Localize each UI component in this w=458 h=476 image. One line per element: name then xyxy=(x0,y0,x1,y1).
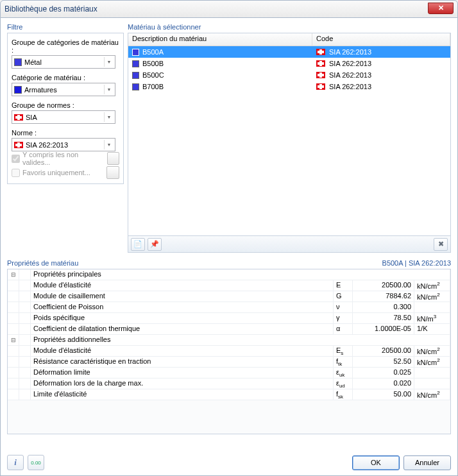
window-title: Bibliothèque des matériaux xyxy=(4,4,98,13)
rebar-swatch-icon xyxy=(14,86,22,94)
chevron-down-icon: ▼ xyxy=(104,112,114,122)
property-value: 0.020 xyxy=(353,378,414,389)
property-name: Module d'élasticité xyxy=(31,280,334,291)
close-button[interactable]: ✕ xyxy=(428,3,454,14)
favorites-only-checkbox[interactable] xyxy=(12,169,20,177)
property-row[interactable]: Module de cisaillementG7884.62kN/cm2 xyxy=(8,291,450,302)
section-main-properties[interactable]: ⊟ Propriétés principales xyxy=(8,269,450,280)
col-description[interactable]: Description du matériau xyxy=(128,33,312,46)
material-list-toolbar: 📄 📌 ✖ xyxy=(128,236,451,253)
group-category-label: Groupe de catégories de matériau : xyxy=(12,38,119,54)
title-bar[interactable]: Bibliothèque des matériaux ✕ xyxy=(0,0,458,18)
category-value: Armatures xyxy=(24,86,57,94)
property-symbol: fsk xyxy=(334,389,353,400)
property-unit: kN/cm2 xyxy=(414,357,450,367)
pin-material-button[interactable]: 📌 xyxy=(148,238,162,251)
property-row[interactable]: Résistance caractéristique en tractionft… xyxy=(8,357,450,368)
material-code: SIA 262:2013 xyxy=(329,71,371,79)
col-code[interactable]: Code xyxy=(312,33,450,46)
material-swatch-icon xyxy=(132,49,139,56)
property-row[interactable]: Poids spécifiqueγ78.50kN/m3 xyxy=(8,313,450,324)
delete-material-button[interactable]: ✖ xyxy=(434,238,448,251)
norm-group-label: Groupe de normes : xyxy=(12,101,119,109)
property-row[interactable]: Module d'élasticitéEs20500.00kN/cm2 xyxy=(8,346,450,357)
property-name: Déformation lors de la charge max. xyxy=(31,378,334,389)
section-additional-properties[interactable]: ⊟ Propriétés additionnelles xyxy=(8,335,450,346)
property-value: 20500.00 xyxy=(353,280,414,291)
material-list[interactable]: Description du matériau Code B500ASIA 26… xyxy=(128,33,451,236)
favorites-settings-button[interactable] xyxy=(106,166,119,179)
property-value: 20500.00 xyxy=(353,346,414,356)
ok-button[interactable]: OK xyxy=(352,455,400,470)
material-code: SIA 262:2013 xyxy=(329,48,371,56)
property-symbol: E xyxy=(334,280,353,291)
swiss-flag-icon xyxy=(316,83,325,90)
material-row[interactable]: B500ASIA 262:2013 xyxy=(128,46,450,58)
material-desc: B500A xyxy=(142,48,164,56)
swiss-flag-icon xyxy=(316,49,325,55)
property-symbol: ν xyxy=(334,302,353,312)
filter-title: Filtre xyxy=(7,23,124,31)
property-unit: kN/m3 xyxy=(414,313,450,323)
property-unit xyxy=(414,378,450,389)
chevron-down-icon: ▼ xyxy=(104,140,114,149)
material-list-header: Description du matériau Code xyxy=(128,33,450,46)
material-code: SIA 262:2013 xyxy=(329,83,371,90)
help-button[interactable]: i xyxy=(7,455,24,470)
swiss-flag-icon xyxy=(316,72,325,78)
category-combo[interactable]: Armatures ▼ xyxy=(12,83,115,96)
property-row[interactable]: Coefficient de Poissonν0.300 xyxy=(8,302,450,313)
include-unvalidated-settings-button[interactable] xyxy=(107,152,119,165)
property-unit xyxy=(414,368,450,378)
cancel-button[interactable]: Annuler xyxy=(403,455,451,470)
property-name: Coefficient de dilatation thermique xyxy=(31,324,334,334)
properties-context: B500A | SIA 262:2013 xyxy=(382,259,451,267)
property-name: Module de cisaillement xyxy=(31,291,334,302)
property-name: Module d'élasticité xyxy=(31,346,334,356)
material-swatch-icon xyxy=(132,72,139,79)
material-desc: B500C xyxy=(142,71,164,79)
property-row[interactable]: Limite d'élasticitéfsk50.00kN/cm2 xyxy=(8,389,450,400)
material-row[interactable]: B700BSIA 262:2013 xyxy=(128,81,450,92)
new-material-button[interactable]: 📄 xyxy=(131,238,145,251)
property-name: Limite d'élasticité xyxy=(31,389,334,400)
property-row[interactable]: Coefficient de dilatation thermiqueα1.00… xyxy=(8,324,450,335)
properties-grid[interactable]: ⊟ Propriétés principales Module d'élasti… xyxy=(7,269,451,434)
property-symbol: G xyxy=(334,291,353,302)
include-unvalidated-checkbox[interactable] xyxy=(12,155,20,163)
property-unit xyxy=(414,302,450,312)
property-value: 50.00 xyxy=(353,389,414,400)
norm-label: Norme : xyxy=(12,129,119,137)
material-row[interactable]: B500BSIA 262:2013 xyxy=(128,58,450,69)
swiss-flag-icon xyxy=(14,114,23,121)
property-symbol: εuk xyxy=(334,368,353,378)
property-unit: 1/K xyxy=(414,324,450,334)
property-name: Coefficient de Poisson xyxy=(31,302,334,312)
metal-swatch-icon xyxy=(14,58,22,66)
material-swatch-icon xyxy=(132,60,139,67)
property-value: 0.300 xyxy=(353,302,414,312)
material-row[interactable]: B500CSIA 262:2013 xyxy=(128,69,450,81)
property-value: 78.50 xyxy=(353,313,414,323)
property-value: 7884.62 xyxy=(353,291,414,302)
property-value: 0.025 xyxy=(353,368,414,378)
chevron-down-icon: ▼ xyxy=(104,85,114,94)
property-row[interactable]: Déformation lors de la charge max.εud0.0… xyxy=(8,378,450,389)
norm-combo[interactable]: SIA 262:2013 ▼ xyxy=(12,138,115,151)
units-button[interactable]: 0.00 xyxy=(28,455,44,470)
property-value: 1.0000E-05 xyxy=(353,324,414,334)
norm-group-combo[interactable]: SIA ▼ xyxy=(12,110,115,124)
property-unit: kN/cm2 xyxy=(414,291,450,302)
property-row[interactable]: Module d'élasticitéE20500.00kN/cm2 xyxy=(8,280,450,291)
collapse-icon[interactable]: ⊟ xyxy=(8,335,19,345)
property-name: Poids spécifique xyxy=(31,313,334,323)
favorites-only-label: Favoris uniquement... xyxy=(22,169,90,176)
collapse-icon[interactable]: ⊟ xyxy=(8,269,19,280)
dialog-body: Filtre Groupe de catégories de matériau … xyxy=(0,18,458,476)
material-desc: B500B xyxy=(142,60,164,67)
property-row[interactable]: Déformation limiteεuk0.025 xyxy=(8,368,450,378)
property-name: Déformation limite xyxy=(31,368,334,378)
group-category-combo[interactable]: Métal ▼ xyxy=(12,55,115,69)
property-symbol: ftk xyxy=(334,357,353,367)
material-list-title: Matériau à sélectionner xyxy=(128,23,451,31)
